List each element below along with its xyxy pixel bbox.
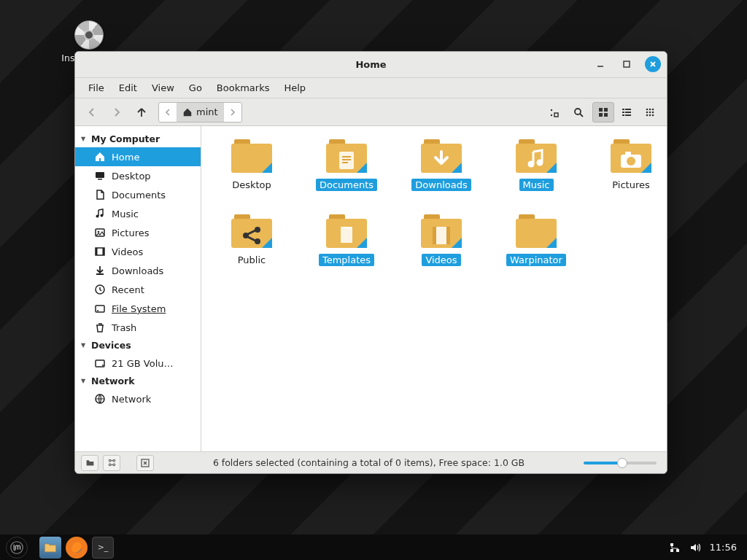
svg-point-39 bbox=[97, 310, 98, 311]
sidebar-item-trash[interactable]: Trash bbox=[75, 318, 201, 337]
menu-edit[interactable]: Edit bbox=[113, 80, 143, 96]
taskbar-files-button[interactable] bbox=[39, 537, 61, 559]
svg-rect-28 bbox=[96, 172, 104, 178]
music-icon bbox=[94, 208, 106, 219]
file-item-pictures[interactable]: Pictures bbox=[603, 139, 659, 191]
menu-bookmarks[interactable]: Bookmarks bbox=[211, 80, 276, 96]
downloads-icon bbox=[94, 265, 106, 276]
home-icon bbox=[94, 151, 106, 163]
sidebar-item-downloads[interactable]: Downloads bbox=[75, 261, 201, 280]
sidebar-item-documents[interactable]: Documents bbox=[75, 185, 201, 204]
svg-point-47 bbox=[528, 161, 535, 168]
trash-icon bbox=[94, 322, 106, 333]
view-icons-button[interactable] bbox=[592, 102, 614, 122]
sidebar-section-devices[interactable]: Devices bbox=[75, 337, 201, 354]
disc-icon bbox=[74, 20, 104, 50]
sidebar-item-music[interactable]: Music bbox=[75, 204, 201, 223]
view-list-button[interactable] bbox=[616, 102, 638, 122]
svg-rect-51 bbox=[625, 152, 631, 155]
network-tray-icon[interactable] bbox=[669, 542, 681, 553]
close-icon bbox=[141, 459, 150, 467]
menu-help[interactable]: Help bbox=[278, 80, 311, 96]
sidebar-item-videos[interactable]: Videos bbox=[75, 242, 201, 261]
sidebar-item-pictures[interactable]: Pictures bbox=[75, 223, 201, 242]
svg-point-54 bbox=[255, 238, 260, 244]
file-item-public[interactable]: Public bbox=[223, 214, 280, 266]
path-prev-button[interactable] bbox=[159, 103, 177, 122]
file-item-templates[interactable]: Templates bbox=[318, 214, 375, 266]
taskbar-terminal-button[interactable]: >_ bbox=[92, 537, 114, 559]
path-segment-label: mint bbox=[196, 106, 218, 117]
file-item-documents[interactable]: Documents bbox=[318, 139, 375, 191]
sidebar-item-desktop[interactable]: Desktop bbox=[75, 166, 201, 185]
svg-point-31 bbox=[101, 214, 104, 217]
sidebar-section-network[interactable]: Network bbox=[75, 373, 201, 389]
file-label: Desktop bbox=[228, 179, 275, 191]
sidebar-item-file-system[interactable]: File System bbox=[75, 299, 201, 318]
titlebar[interactable]: Home bbox=[75, 52, 667, 78]
folder-icon bbox=[421, 214, 462, 248]
home-icon bbox=[182, 107, 193, 117]
svg-point-33 bbox=[98, 231, 100, 233]
svg-rect-38 bbox=[96, 306, 104, 312]
sidebar-item-label: 21 GB Volu… bbox=[112, 358, 174, 369]
volume-tray-icon[interactable] bbox=[689, 542, 701, 553]
zoom-slider[interactable] bbox=[584, 462, 657, 464]
sidebar-item-recent[interactable]: Recent bbox=[75, 280, 201, 299]
file-pane[interactable]: DesktopDocumentsDownloadsMusicPicturesPu… bbox=[201, 126, 667, 451]
sidebar-item-label: Music bbox=[112, 209, 139, 219]
pathbar: mint bbox=[158, 102, 242, 122]
svg-point-6 bbox=[551, 114, 552, 115]
path-segment-home[interactable]: mint bbox=[177, 103, 224, 122]
grid-icon bbox=[597, 106, 609, 118]
nav-forward-button[interactable] bbox=[106, 102, 128, 122]
sidebar-section-my-computer[interactable]: My Computer bbox=[75, 131, 201, 147]
sidebar-item-network[interactable]: Network bbox=[75, 389, 201, 408]
svg-rect-12 bbox=[604, 113, 608, 117]
start-menu-button[interactable] bbox=[6, 537, 28, 559]
svg-rect-18 bbox=[625, 114, 631, 116]
window-close-button[interactable] bbox=[645, 56, 661, 72]
svg-rect-57 bbox=[433, 227, 436, 244]
search-icon bbox=[573, 106, 584, 118]
places-toggle-button[interactable] bbox=[81, 455, 98, 471]
compact-icon bbox=[644, 106, 656, 118]
sidebar-item-21-gb-volu-[interactable]: 21 GB Volu… bbox=[75, 354, 201, 373]
menu-go[interactable]: Go bbox=[183, 80, 208, 96]
nav-back-button[interactable] bbox=[81, 102, 103, 122]
sidebar-item-home[interactable]: Home bbox=[75, 147, 201, 166]
treeview-toggle-button[interactable] bbox=[103, 455, 120, 471]
svg-rect-29 bbox=[98, 179, 102, 180]
menu-file[interactable]: File bbox=[82, 80, 110, 96]
path-next-button[interactable] bbox=[224, 103, 241, 122]
folder-icon bbox=[421, 139, 462, 173]
svg-point-21 bbox=[652, 108, 654, 110]
file-item-videos[interactable]: Videos bbox=[413, 214, 470, 266]
window-maximize-button[interactable] bbox=[619, 56, 635, 72]
firefox-icon bbox=[69, 540, 84, 555]
toggle-location-button[interactable] bbox=[543, 102, 565, 122]
mint-logo-icon bbox=[10, 541, 23, 554]
svg-point-20 bbox=[649, 108, 651, 110]
svg-rect-1 bbox=[624, 61, 630, 67]
close-sidebar-button[interactable] bbox=[136, 455, 154, 471]
svg-rect-58 bbox=[446, 227, 450, 244]
view-compact-button[interactable] bbox=[639, 102, 661, 122]
window-minimize-button[interactable] bbox=[592, 56, 608, 72]
folder-icon bbox=[326, 139, 367, 173]
file-item-warpinator[interactable]: Warpinator bbox=[508, 214, 565, 266]
folder-icon bbox=[516, 214, 557, 248]
search-button[interactable] bbox=[568, 102, 589, 122]
sidebar-item-label: Recent bbox=[112, 284, 144, 295]
taskbar-firefox-button[interactable] bbox=[66, 537, 88, 559]
svg-rect-35 bbox=[96, 248, 98, 255]
svg-rect-16 bbox=[625, 112, 631, 113]
file-item-music[interactable]: Music bbox=[508, 139, 565, 191]
file-item-desktop[interactable]: Desktop bbox=[223, 139, 280, 191]
sidebar-item-label: Desktop bbox=[112, 171, 151, 182]
menu-view[interactable]: View bbox=[146, 80, 180, 96]
nav-up-button[interactable] bbox=[131, 102, 152, 122]
svg-rect-45 bbox=[342, 159, 351, 160]
file-item-downloads[interactable]: Downloads bbox=[413, 139, 470, 191]
clock[interactable]: 11:56 bbox=[710, 542, 737, 553]
